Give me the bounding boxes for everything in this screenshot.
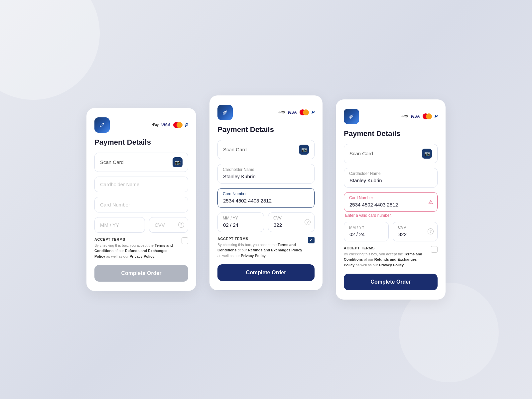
accept-terms-checkbox-right[interactable] xyxy=(431,246,438,253)
expiry-cvv-row-left: ? xyxy=(94,217,188,233)
cvv-hint-icon-center[interactable]: ? xyxy=(305,219,311,225)
scan-card-button-center[interactable]: Scan Card 📷 xyxy=(217,140,315,159)
expiry-label-right: MM / YY xyxy=(349,225,364,230)
accept-terms-title-right: ACCEPT TERMS xyxy=(344,246,428,250)
apple-pay-logo-right: •Pay xyxy=(401,114,408,118)
accept-terms-row-center: ACCEPT TERMS By checking this box, you a… xyxy=(217,237,315,259)
mc-circle-yellow-right xyxy=(426,113,432,119)
card-number-value-right: 2534 4502 4403 2812 xyxy=(344,192,438,212)
apple-pay-logo: •Pay xyxy=(152,123,158,127)
accept-terms-label-center: ACCEPT TERMS By checking this box, you a… xyxy=(217,237,305,259)
accept-terms-label-right: ACCEPT TERMS By checking this box, you a… xyxy=(344,246,428,268)
expiry-field-right: MM / YY 02 / 24 xyxy=(344,222,389,241)
accept-terms-label-left: ACCEPT TERMS By checking this box, you a… xyxy=(94,237,178,259)
cvv-field-right: CVV 322 ? xyxy=(393,222,438,241)
cvv-label-right: CVV xyxy=(398,225,406,230)
card-number-field-right: Card Number 2534 4502 4403 2812 ⚠ xyxy=(344,192,438,212)
cardholder-value-center: Stanley Kubrin xyxy=(217,164,315,184)
cardholder-label-center: Cardholder Name xyxy=(223,167,254,172)
accept-terms-text-center: By checking this box, you accept the Ter… xyxy=(217,242,305,259)
cvv-hint-icon-right[interactable]: ? xyxy=(428,228,434,234)
card-header-right: •Pay VISA P xyxy=(344,109,438,124)
mastercard-logo xyxy=(173,122,183,128)
payment-logos-left: •Pay VISA P xyxy=(152,122,188,128)
payment-card-center: •Pay VISA P Payment Details Scan Card 📷 … xyxy=(209,95,323,291)
card-error-message-right: Enter a valid card number. xyxy=(344,213,438,218)
payment-card-left: •Pay VISA P Payment Details Scan Card 📷 … xyxy=(86,108,196,291)
app-logo-right xyxy=(344,109,359,124)
accept-terms-title-left: ACCEPT TERMS xyxy=(94,237,178,241)
cardholder-field-right: Cardholder Name Stanley Kubrin xyxy=(344,168,438,188)
accept-terms-row-left: ACCEPT TERMS By checking this box, you a… xyxy=(94,237,188,259)
expiry-cvv-row-center: MM / YY 02 / 24 CVV 322 ? xyxy=(217,212,315,232)
cvv-field-center: CVV 322 ? xyxy=(268,212,315,232)
card-number-input-left[interactable] xyxy=(94,197,188,212)
camera-icon-right: 📷 xyxy=(422,149,432,159)
card-title-center: Payment Details xyxy=(217,125,315,134)
mc-circle-yellow xyxy=(177,122,183,128)
app-logo-left xyxy=(94,117,110,133)
visa-logo-right: VISA xyxy=(411,114,420,119)
cardholder-field-center: Cardholder Name Stanley Kubrin xyxy=(217,164,315,184)
payment-card-right: •Pay VISA P Payment Details Scan Card 📷 … xyxy=(336,99,446,300)
expiry-label-center: MM / YY xyxy=(223,216,238,220)
card-number-field-center: Card Number 2534 4502 4403 2812 xyxy=(217,188,315,208)
card-number-label-center: Card Number xyxy=(223,192,247,196)
cardholder-value-right: Stanley Kubrin xyxy=(344,168,438,188)
paypal-logo-center: P xyxy=(312,110,315,115)
camera-icon-left: 📷 xyxy=(173,157,183,167)
paypal-logo-right: P xyxy=(435,114,438,119)
cardholder-name-input-left[interactable] xyxy=(94,177,188,192)
apple-pay-logo-center: •Pay xyxy=(278,110,285,114)
mastercard-logo-center xyxy=(300,109,309,115)
mc-circle-yellow-center xyxy=(303,109,309,115)
camera-icon-center: 📷 xyxy=(299,145,309,155)
scan-card-label-left: Scan Card xyxy=(100,159,124,165)
complete-order-button-right[interactable]: Complete Order xyxy=(344,274,438,290)
error-icon-right: ⚠ xyxy=(428,199,433,205)
cardholder-label-right: Cardholder Name xyxy=(349,171,381,176)
expiry-field-center: MM / YY 02 / 24 xyxy=(217,212,264,232)
cvv-hint-icon-left[interactable]: ? xyxy=(178,222,184,228)
accept-terms-text-left: By checking this box, you accept the Ter… xyxy=(94,243,178,259)
complete-order-button-center[interactable]: Complete Order xyxy=(217,264,315,281)
visa-logo-center: VISA xyxy=(288,110,297,115)
accept-terms-title-center: ACCEPT TERMS xyxy=(217,237,305,241)
accept-terms-text-right: By checking this box, you accept the Ter… xyxy=(344,251,428,268)
mastercard-logo-right xyxy=(423,113,432,119)
accept-terms-checkbox-left[interactable] xyxy=(182,237,188,244)
visa-logo: VISA xyxy=(161,123,171,127)
card-header-left: •Pay VISA P xyxy=(94,117,188,133)
app-logo-center xyxy=(217,105,233,120)
cvv-label-center: CVV xyxy=(273,216,282,220)
payment-logos-center: •Pay VISA P xyxy=(278,109,315,115)
paypal-logo: P xyxy=(185,122,188,128)
complete-order-button-left[interactable]: Complete Order xyxy=(94,265,188,282)
card-title-left: Payment Details xyxy=(94,138,188,147)
accept-terms-row-right: ACCEPT TERMS By checking this box, you a… xyxy=(344,246,438,268)
card-number-value-center: 2534 4502 4403 2812 xyxy=(217,188,315,208)
card-header-center: •Pay VISA P xyxy=(217,105,315,120)
scan-card-label-center: Scan Card xyxy=(223,147,247,152)
card-number-label-right: Card Number xyxy=(349,196,373,200)
expiry-value-center: 02 / 24 xyxy=(217,212,264,232)
accept-terms-checkbox-center[interactable]: ✓ xyxy=(308,237,315,243)
cvv-wrapper-left: ? xyxy=(149,217,188,233)
scan-card-label-right: Scan Card xyxy=(349,151,373,156)
expiry-input-left[interactable] xyxy=(94,217,145,233)
card-title-right: Payment Details xyxy=(344,129,438,138)
payment-logos-right: •Pay VISA P xyxy=(401,113,438,119)
scan-card-button-left[interactable]: Scan Card 📷 xyxy=(94,153,188,172)
expiry-value-right: 02 / 24 xyxy=(344,222,389,241)
scan-card-button-right[interactable]: Scan Card 📷 xyxy=(344,144,438,163)
expiry-cvv-row-right: MM / YY 02 / 24 CVV 322 ? xyxy=(344,222,438,241)
